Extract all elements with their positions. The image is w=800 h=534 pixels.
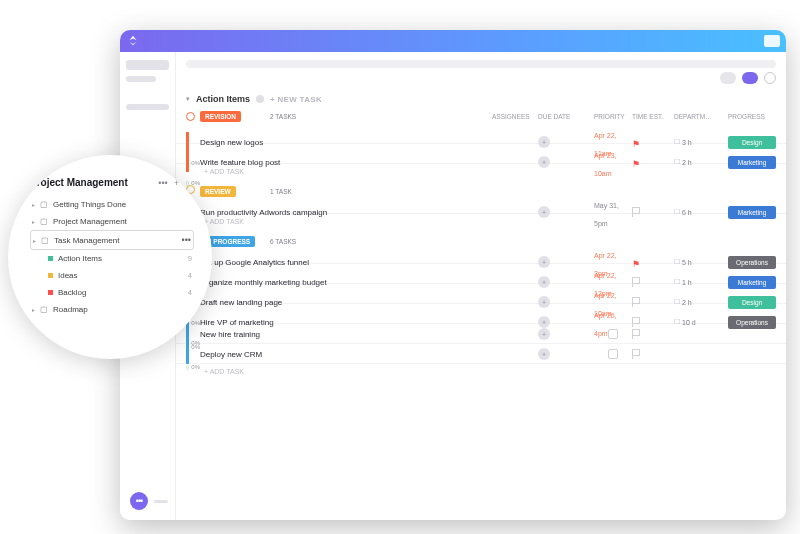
status-header[interactable]: REVIEW1 TASK [176, 178, 786, 194]
collapse-icon[interactable]: ▾ [186, 95, 190, 103]
sidebar-magnified: Project Management ••• + 🔍︎ ▸▢Getting Th… [8, 155, 212, 359]
priority-flag-icon[interactable] [632, 329, 640, 339]
task-name: Set up Google Analytics funnel [200, 258, 492, 267]
chevron-right-icon: ▸ [32, 218, 35, 225]
priority-flag-icon[interactable] [632, 277, 640, 287]
assignee-icon[interactable]: + [538, 156, 550, 168]
view-toggle-bar [186, 70, 776, 86]
task-row[interactable]: Write feature blog post+Apr 23, 10am⚑☐2 … [176, 144, 786, 164]
priority-flag-icon[interactable] [632, 297, 640, 307]
sidebar-folder-item[interactable]: ▸▢Project Management [30, 213, 194, 230]
status-bar [186, 344, 189, 364]
priority-flag-icon[interactable]: ⚑ [632, 159, 640, 169]
task-name: Organize monthly marketing budget [200, 278, 492, 287]
status-pill: REVIEW [200, 186, 236, 197]
task-row[interactable]: Hire VP of marketing+Apr 26, 4pm☐10 dOpe… [176, 304, 786, 324]
task-row[interactable]: New hire training+0% [176, 324, 786, 344]
time-estimate[interactable]: ☐2 h [674, 298, 728, 306]
task-name: Write feature blog post [200, 158, 492, 167]
view-pill-1[interactable] [720, 72, 736, 84]
status-bar [186, 132, 189, 152]
task-count: 2 TASKS [270, 113, 296, 120]
list-color-icon [48, 273, 53, 278]
department-tag[interactable]: Marketing [728, 156, 776, 169]
sidebar-folder-item[interactable]: ▸▢Roadmap [30, 301, 194, 318]
status-header[interactable]: IN PROGRESS6 TASKS [176, 228, 786, 244]
folder-icon: ▢ [40, 217, 48, 226]
progress-cell[interactable]: 0% [186, 364, 200, 370]
department-tag[interactable]: Design [728, 296, 776, 309]
time-estimate[interactable]: ☐6 h [674, 208, 728, 216]
sidebar-item-label: Getting Things Done [53, 200, 192, 209]
window-control-icon[interactable] [764, 35, 780, 47]
sidebar-list-item[interactable]: Ideas4 [30, 267, 194, 284]
time-estimate[interactable]: ☐5 h [674, 258, 728, 266]
priority-flag-icon[interactable] [632, 207, 640, 217]
sidebar-list-item[interactable]: Action Items9 [30, 250, 194, 267]
department-tag[interactable]: Marketing [728, 206, 776, 219]
item-count: 4 [188, 289, 192, 296]
assignee-icon[interactable]: + [538, 316, 550, 328]
assignee-icon[interactable]: + [538, 206, 550, 218]
new-task-button[interactable]: + NEW TASK [270, 95, 322, 104]
view-pill-active[interactable] [742, 72, 758, 84]
folder-icon: ▢ [40, 305, 48, 314]
department-tag[interactable]: Operations [728, 316, 776, 329]
chevron-right-icon: ▸ [32, 201, 35, 208]
top-gradient-bar [120, 30, 786, 52]
task-row[interactable]: Organize monthly marketing budget+Apr 22… [176, 264, 786, 284]
settings-icon[interactable] [764, 72, 776, 84]
department-tag[interactable]: Marketing [728, 276, 776, 289]
task-name: Hire VP of marketing [200, 318, 492, 327]
time-estimate[interactable]: ☐2 h [674, 158, 728, 166]
status-header[interactable]: REVISION2 TASKSASSIGNEESDUE DATEPRIORITY… [176, 108, 786, 124]
task-row[interactable]: Design new logos+Apr 22, 11am⚑☐3 hDesign… [176, 124, 786, 144]
assignee-icon[interactable]: + [538, 256, 550, 268]
department-tag[interactable]: Operations [728, 256, 776, 269]
due-date[interactable]: May 31, 5pm [594, 202, 619, 227]
more-icon[interactable]: ••• [182, 235, 191, 245]
calendar-icon[interactable] [608, 329, 618, 339]
priority-flag-icon[interactable]: ⚑ [632, 259, 640, 269]
section-title: Action Items [196, 94, 250, 104]
assignee-icon[interactable]: + [538, 328, 550, 340]
priority-flag-icon[interactable] [632, 317, 640, 327]
add-task-button[interactable]: + ADD TASK [176, 364, 786, 378]
task-name: Draft new landing page [200, 298, 492, 307]
due-date[interactable]: Apr 23, 10am [594, 152, 617, 177]
list-color-icon [48, 290, 53, 295]
task-name: Run productivity Adwords campaign [200, 208, 492, 217]
folder-icon: ▢ [41, 236, 49, 245]
task-row[interactable]: Deploy new CRM+0% [176, 344, 786, 364]
calendar-icon[interactable] [608, 349, 618, 359]
assignee-icon[interactable]: + [538, 136, 550, 148]
item-count: 4 [188, 272, 192, 279]
task-row[interactable]: Draft new landing page+Apr 22, 10am☐2 hD… [176, 284, 786, 304]
priority-flag-icon[interactable]: ⚑ [632, 139, 640, 149]
app-window: ▾ Action Items + NEW TASK REVISION2 TASK… [120, 30, 786, 520]
sidebar-folder-item[interactable]: ▸▢Getting Things Done [30, 196, 194, 213]
assignee-icon[interactable]: + [538, 348, 550, 360]
assignee-icon[interactable]: + [538, 276, 550, 288]
task-name: Deploy new CRM [200, 350, 492, 359]
time-estimate[interactable]: ☐1 h [674, 278, 728, 286]
time-estimate[interactable]: ☐3 h [674, 138, 728, 146]
time-estimate[interactable]: ☐10 d [674, 318, 728, 326]
sidebar-item-label: Action Items [58, 254, 183, 263]
task-name: New hire training [200, 330, 492, 339]
sidebar-folder-item[interactable]: ▸▢Task Management••• [30, 230, 194, 250]
status-bar [186, 152, 189, 172]
department-tag[interactable]: Design [728, 136, 776, 149]
assignee-icon[interactable]: + [538, 296, 550, 308]
main-panel: ▾ Action Items + NEW TASK REVISION2 TASK… [176, 52, 786, 520]
more-icon[interactable]: ••• [158, 178, 167, 188]
sidebar-title: Project Management [30, 177, 128, 188]
folder-icon: ▢ [40, 200, 48, 209]
priority-flag-icon[interactable] [632, 349, 640, 359]
status-pill: REVISION [200, 111, 241, 122]
chevron-right-icon: ▸ [33, 237, 36, 244]
info-icon[interactable] [256, 95, 264, 103]
list-color-icon [48, 256, 53, 261]
sidebar-list-item[interactable]: Backlog4 [30, 284, 194, 301]
status-ring-icon [186, 112, 195, 121]
